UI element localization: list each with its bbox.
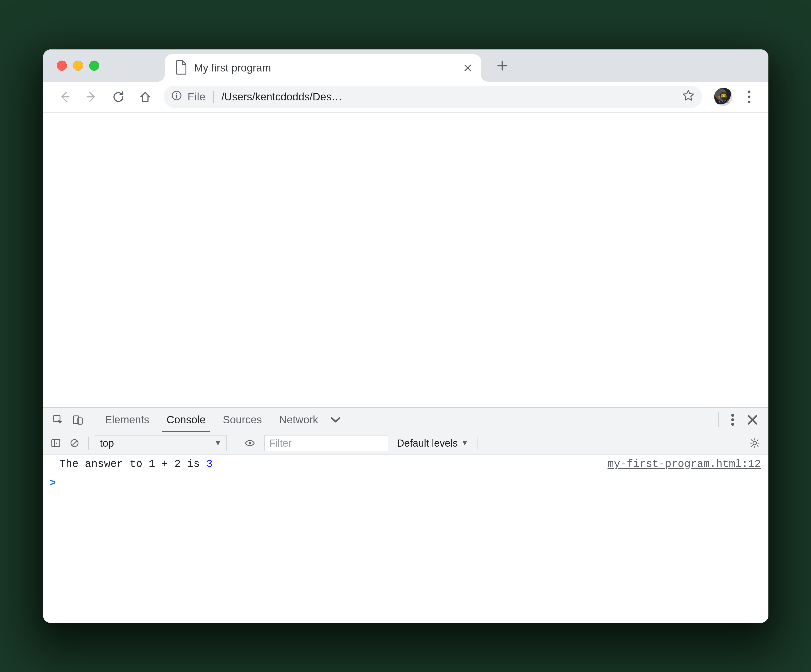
context-label: top	[100, 438, 114, 449]
device-toolbar-button[interactable]	[68, 408, 88, 432]
url-separator	[214, 91, 214, 103]
fullscreen-window-button[interactable]	[89, 61, 99, 71]
forward-button[interactable]	[80, 85, 103, 108]
execution-context-selector[interactable]: top ▼	[95, 435, 227, 451]
devtools-tab-console[interactable]: Console	[158, 408, 214, 432]
divider	[477, 436, 477, 450]
file-icon	[175, 60, 187, 76]
chevron-down-icon: ▼	[214, 439, 222, 447]
tab-title: My first program	[194, 62, 455, 74]
clear-console-button[interactable]	[67, 436, 82, 451]
new-tab-button[interactable]	[495, 59, 509, 73]
svg-point-4	[748, 95, 750, 98]
url-path: /Users/kentcdodds/Des…	[222, 91, 677, 103]
divider	[88, 436, 89, 450]
svg-point-1	[176, 93, 177, 94]
devtools-tab-network[interactable]: Network	[270, 408, 327, 432]
log-source-link[interactable]: my-first-program.html:12	[607, 458, 761, 470]
svg-point-10	[732, 419, 734, 421]
svg-point-17	[753, 441, 757, 445]
browser-toolbar: File /Users/kentcdodds/Des… 🥷	[43, 81, 769, 112]
divider	[718, 412, 719, 427]
tab-label: Elements	[105, 414, 149, 426]
svg-point-3	[748, 90, 750, 93]
close-tab-button[interactable]	[462, 62, 473, 73]
chevron-down-icon: ▼	[461, 439, 468, 447]
devtools-more-tabs-button[interactable]	[327, 408, 344, 432]
console-log-entry[interactable]: The answer to 1 + 2 is 3 my-first-progra…	[43, 455, 769, 474]
devtools-tab-elements[interactable]: Elements	[96, 408, 158, 432]
site-info-icon[interactable]	[171, 90, 182, 104]
tab-label: Sources	[223, 414, 262, 426]
svg-rect-2	[176, 95, 177, 98]
console-toolbar: top ▼ Default levels ▼	[43, 432, 769, 455]
bookmark-button[interactable]	[682, 90, 694, 104]
log-level-selector[interactable]: Default levels ▼	[397, 438, 468, 449]
minimize-window-button[interactable]	[73, 61, 83, 71]
devtools-panel: Elements Console Sources Network	[43, 407, 769, 623]
browser-window: My first program	[43, 49, 769, 623]
window-controls	[57, 61, 99, 71]
svg-line-15	[72, 441, 77, 445]
prompt-caret-icon: >	[49, 477, 56, 489]
tab-label: Console	[166, 414, 205, 426]
inspect-element-button[interactable]	[48, 408, 68, 432]
devtools-tabbar: Elements Console Sources Network	[43, 408, 769, 432]
back-button[interactable]	[53, 85, 76, 108]
divider	[92, 412, 92, 427]
console-prompt[interactable]: >	[43, 474, 769, 492]
live-expression-button[interactable]	[242, 436, 258, 451]
reload-button[interactable]	[107, 85, 130, 108]
svg-point-11	[732, 423, 734, 425]
close-window-button[interactable]	[57, 61, 67, 71]
url-scheme-label: File	[188, 91, 206, 103]
svg-point-16	[249, 442, 251, 445]
levels-label: Default levels	[397, 438, 458, 449]
log-text: The answer to 1 + 2 is	[59, 458, 206, 470]
devtools-menu-button[interactable]	[723, 408, 743, 432]
log-message: The answer to 1 + 2 is 3	[59, 458, 213, 470]
tab-label: Network	[279, 414, 318, 426]
devtools-tab-sources[interactable]: Sources	[214, 408, 270, 432]
svg-point-5	[748, 101, 750, 103]
console-sidebar-toggle[interactable]	[48, 436, 63, 451]
tab-strip: My first program	[43, 49, 769, 81]
svg-point-9	[732, 414, 734, 416]
active-tab[interactable]: My first program	[165, 54, 481, 81]
browser-menu-button[interactable]	[741, 89, 757, 104]
profile-avatar[interactable]: 🥷	[714, 88, 733, 106]
console-settings-button[interactable]	[747, 436, 762, 451]
home-button[interactable]	[134, 85, 157, 108]
page-viewport	[43, 112, 769, 407]
log-number: 3	[206, 458, 213, 470]
address-bar[interactable]: File /Users/kentcdodds/Des…	[164, 86, 702, 108]
console-filter-input[interactable]	[264, 435, 388, 451]
divider	[232, 436, 233, 450]
devtools-close-button[interactable]	[743, 408, 762, 432]
console-output: The answer to 1 + 2 is 3 my-first-progra…	[43, 455, 769, 623]
